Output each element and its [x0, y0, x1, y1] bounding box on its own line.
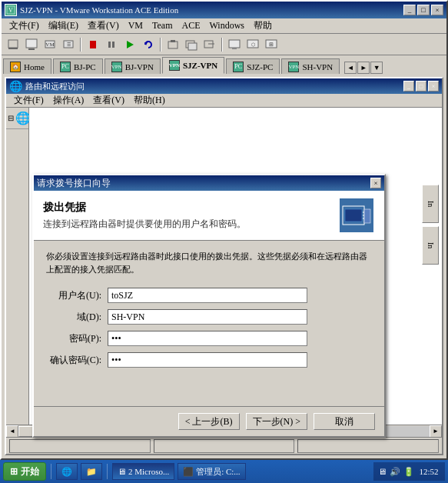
toolbar-btn-reload[interactable] — [140, 36, 157, 53]
volume-icon[interactable]: 🔊 — [390, 467, 400, 477]
menu-windows[interactable]: Windows — [205, 18, 250, 33]
next-button[interactable]: 下一步(N) > — [246, 413, 307, 430]
toolbar-btn-4[interactable]: ☰ — [60, 36, 77, 53]
svg-rect-29 — [364, 209, 370, 223]
menu-bar: 文件(F) 编辑(E) 查看(V) VM Team ACE Windows 帮助 — [2, 18, 446, 34]
svg-rect-11 — [108, 42, 111, 48]
username-row: 用户名(U): — [46, 288, 372, 303]
app-icon: V — [5, 4, 17, 16]
password-input[interactable] — [108, 331, 307, 346]
inner-close-button[interactable]: × — [428, 81, 439, 92]
sidebar: ⊟ 🌐 — [6, 108, 29, 425]
status-bar — [6, 437, 442, 454]
right-btn-2[interactable]: In — [422, 226, 439, 265]
password-label: 密码(P): — [46, 332, 108, 345]
taskbar-microsoftwindow[interactable]: 🖥 2 Microso... — [112, 463, 174, 480]
inner-menu-help[interactable]: 帮助(H) — [129, 92, 170, 108]
window-title: SJZ-VPN - VMware Workstation ACE Edition — [20, 5, 178, 15]
toolbar-btn-power[interactable] — [85, 36, 101, 53]
start-button[interactable]: ⊞ 开始 — [3, 462, 46, 481]
sh-vpn-icon: VPN — [288, 62, 299, 72]
toolbar-btn-snapshot[interactable] — [164, 36, 181, 53]
toolbar-btn-3[interactable]: VM — [41, 36, 58, 53]
domain-label: 域(D): — [46, 311, 108, 324]
inner-title-bar: 🌐 路由和远程访问 _ □ × — [6, 78, 442, 94]
toolbar-btn-monitor3[interactable]: ⊞ — [263, 36, 280, 53]
bj-vpn-icon: VPN — [111, 62, 122, 72]
toolbar-btn-monitor[interactable] — [226, 36, 243, 53]
menu-edit[interactable]: 编辑(E) — [44, 18, 83, 34]
tab-sjz-pc[interactable]: PC SJZ-PC — [226, 58, 280, 74]
confirm-password-input[interactable] — [108, 352, 307, 368]
svg-rect-5 — [28, 48, 35, 50]
menu-view[interactable]: 查看(V) — [83, 18, 124, 34]
dialog-header: 拨出凭据 连接到远程路由器时提供要使用的用户名和密码。 — [34, 191, 384, 241]
tab-nav-buttons: ◄ ► ▼ — [344, 62, 383, 74]
dialog-header-icon — [338, 197, 375, 234]
scroll-left-button[interactable]: ◄ — [6, 425, 18, 438]
username-input[interactable] — [108, 288, 307, 303]
inner-window-title: 路由和远程访问 — [25, 81, 85, 92]
dialog-header-text: 拨出凭据 连接到远程路由器时提供要使用的用户名和密码。 — [43, 201, 338, 231]
svg-rect-12 — [112, 42, 114, 48]
tab-list-button[interactable]: ▼ — [370, 62, 383, 74]
menu-help[interactable]: 帮助 — [249, 18, 277, 34]
svg-rect-10 — [90, 41, 96, 48]
close-button[interactable]: × — [431, 5, 443, 15]
inner-minimize-button[interactable]: _ — [403, 81, 414, 92]
inner-maximize-button[interactable]: □ — [416, 81, 426, 92]
dialog-header-subtitle: 连接到远程路由器时提供要使用的用户名和密码。 — [43, 218, 338, 231]
svg-text:V: V — [8, 7, 13, 14]
dialog-close-button[interactable]: × — [370, 178, 381, 188]
taskbar-ie-icon[interactable]: 🌐 — [56, 463, 78, 480]
svg-rect-22 — [232, 48, 237, 49]
toolbar-btn-2[interactable] — [23, 36, 40, 53]
inner-window-controls[interactable]: _ □ × — [403, 81, 439, 92]
tab-next-button[interactable]: ► — [357, 62, 370, 74]
tab-bj-pc[interactable]: PC BJ-PC — [53, 58, 103, 74]
cancel-button[interactable]: 取消 — [314, 413, 375, 430]
battery-icon[interactable]: 🔋 — [403, 467, 414, 477]
toolbar-btn-snapshot3[interactable] — [201, 36, 218, 53]
taskbar-explorer-icon[interactable]: 📁 — [81, 463, 102, 480]
tab-home[interactable]: 🏠 Home — [3, 58, 51, 74]
right-side-buttons: In In — [422, 185, 439, 265]
network-icon[interactable]: 🖥 — [378, 467, 387, 476]
maximize-button[interactable]: □ — [417, 5, 430, 15]
status-section-1 — [9, 439, 151, 453]
menu-file[interactable]: 文件(F) — [5, 18, 44, 34]
sjz-pc-icon: PC — [233, 62, 244, 72]
tab-bar: 🏠 Home PC BJ-PC VPN BJ-VPN VPN SJZ-VPN P… — [2, 55, 446, 74]
tab-sjz-vpn[interactable]: VPN SJZ-VPN — [162, 57, 224, 74]
toolbar-btn-snapshot2[interactable] — [183, 36, 200, 53]
inner-menu-view[interactable]: 查看(V) — [88, 92, 129, 108]
svg-rect-3 — [8, 48, 18, 49]
toolbar-btn-play[interactable] — [121, 36, 138, 53]
inner-menu-file[interactable]: 文件(F) — [9, 92, 48, 108]
back-button[interactable]: < 上一步(B) — [178, 413, 240, 430]
toolbar-separator-2 — [160, 38, 161, 52]
svg-rect-16 — [171, 40, 175, 42]
minimize-button[interactable]: _ — [403, 5, 416, 15]
toolbar-separator-3 — [221, 38, 223, 52]
tab-sh-vpn[interactable]: VPN SH-VPN — [281, 58, 340, 74]
svg-rect-21 — [229, 40, 240, 48]
inner-menu-action[interactable]: 操作(A) — [48, 92, 89, 108]
svg-rect-28 — [345, 209, 362, 222]
scroll-right-button[interactable]: ► — [430, 425, 442, 438]
toolbar-btn-1[interactable] — [5, 36, 22, 53]
tab-bj-vpn[interactable]: VPN BJ-VPN — [105, 58, 161, 74]
tab-prev-button[interactable]: ◄ — [344, 62, 357, 74]
window-controls[interactable]: _ □ × — [403, 5, 443, 15]
toolbar-btn-monitor2[interactable]: ⬡ — [244, 36, 261, 53]
status-section-3 — [297, 439, 439, 453]
menu-ace[interactable]: ACE — [178, 18, 205, 33]
menu-team[interactable]: Team — [148, 18, 177, 33]
toolbar-btn-pause[interactable] — [103, 36, 120, 53]
taskbar-cmdwindow[interactable]: ⬛ 管理员: C:... — [178, 463, 245, 480]
sidebar-tree-item[interactable]: ⊟ 🌐 — [8, 111, 27, 125]
svg-rect-4 — [26, 39, 37, 48]
domain-input[interactable] — [108, 309, 307, 325]
menu-vm[interactable]: VM — [124, 18, 148, 33]
right-btn-1[interactable]: In — [422, 185, 439, 223]
